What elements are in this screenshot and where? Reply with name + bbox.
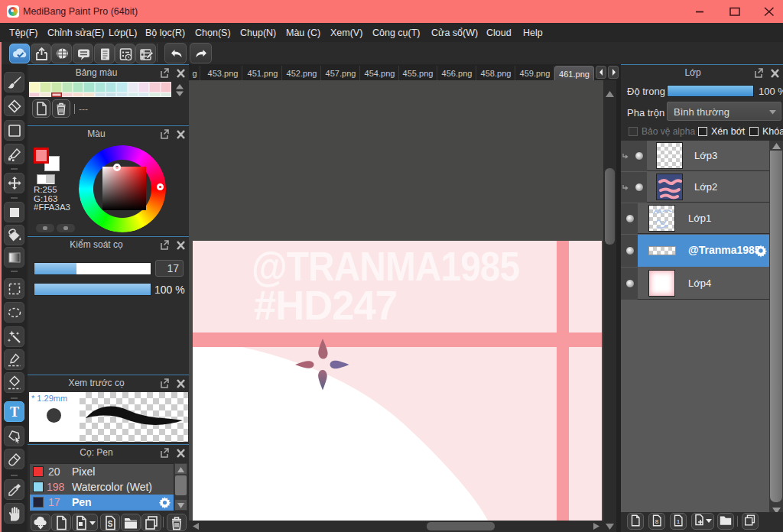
- svg-text:1: 1: [677, 518, 681, 525]
- svg-text:S: S: [108, 520, 113, 528]
- svg-text:8: 8: [655, 518, 659, 525]
- svg-text:T: T: [10, 404, 19, 420]
